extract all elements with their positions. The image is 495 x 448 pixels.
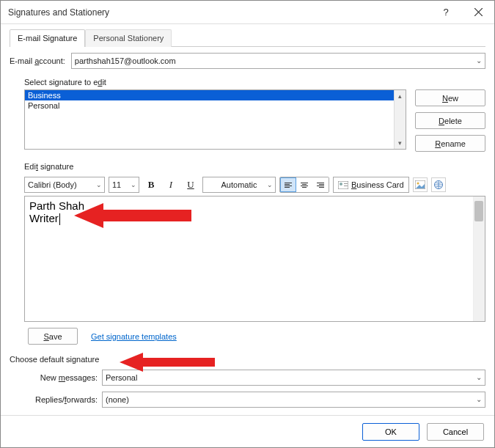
insert-picture-button[interactable]: [413, 177, 428, 192]
picture-icon: [415, 180, 425, 189]
dialog-body: E-mail Signature Personal Stationery E-m…: [1, 24, 494, 415]
business-card-button[interactable]: Business Card: [333, 177, 409, 193]
tab-email-signature[interactable]: E-mail Signature: [10, 29, 85, 47]
align-group: [279, 177, 329, 193]
label-new-messages: New messages:: [17, 373, 98, 382]
combo-font-size[interactable]: 11⌄: [109, 177, 139, 193]
close-button[interactable]: [462, 1, 494, 23]
tab-personal-stationery[interactable]: Personal Stationery: [85, 29, 172, 47]
combo-email-account[interactable]: parthshah157@outlook.com ⌄: [71, 53, 485, 69]
align-left-button[interactable]: [280, 177, 296, 192]
row-email-account: E-mail account: parthshah157@outlook.com…: [10, 53, 485, 69]
close-icon: [474, 8, 483, 16]
save-button[interactable]: Save: [28, 328, 78, 345]
link-icon: [433, 180, 444, 190]
save-row: Save Get signature templates: [28, 328, 485, 345]
editor-toolbar: Calibri (Body)⌄ 11⌄ B I U Automatic⌄ Bus…: [10, 177, 485, 193]
chevron-down-icon: ⌄: [476, 56, 482, 65]
delete-button[interactable]: Delete: [415, 112, 485, 129]
text-cursor: [59, 213, 60, 225]
svg-point-7: [417, 183, 419, 185]
svg-point-3: [340, 183, 342, 186]
label-email-account: E-mail account:: [10, 56, 65, 65]
combo-replies-forwards[interactable]: (none)⌄: [102, 392, 485, 408]
dialog-footer: OK Cancel: [1, 415, 494, 447]
new-button[interactable]: New: [415, 89, 485, 106]
list-item[interactable]: Business: [25, 90, 406, 100]
scrollbar[interactable]: ▴ ▾: [394, 90, 406, 149]
chevron-down-icon: ⌄: [131, 181, 136, 188]
align-right-button[interactable]: [312, 177, 329, 192]
combo-font-color[interactable]: Automatic⌄: [202, 177, 276, 193]
link-get-templates[interactable]: Get signature templates: [91, 332, 177, 341]
cancel-button[interactable]: Cancel: [427, 423, 484, 441]
chevron-down-icon: ⌄: [476, 395, 482, 403]
signature-side-buttons: New Delete Rename: [415, 89, 485, 152]
scroll-thumb[interactable]: [474, 201, 483, 221]
tab-strip: E-mail Signature Personal Stationery: [10, 29, 485, 47]
bold-button[interactable]: B: [143, 177, 159, 193]
dialog-signatures-stationery: Signatures and Stationery ? E-mail Signa…: [0, 0, 495, 448]
listbox-signatures[interactable]: Business Personal ▴ ▾: [24, 89, 406, 150]
insert-hyperlink-button[interactable]: [431, 177, 446, 192]
svg-rect-5: [344, 186, 348, 186]
dialog-title: Signatures and Stationery: [8, 7, 109, 18]
combo-font[interactable]: Calibri (Body)⌄: [24, 177, 105, 193]
italic-button[interactable]: I: [163, 177, 179, 193]
label-edit-signature: Edit signature: [24, 162, 485, 171]
rename-button[interactable]: Rename: [415, 135, 485, 152]
label-select-signature: Select signature to edit: [24, 78, 485, 87]
scrollbar[interactable]: [473, 197, 485, 321]
svg-rect-4: [344, 183, 348, 184]
combo-email-account-value: parthshah157@outlook.com: [75, 56, 176, 65]
row-replies-forwards: Replies/forwards: (none)⌄: [10, 392, 485, 408]
editor-line: Parth Shah: [29, 199, 480, 212]
align-center-button[interactable]: [296, 177, 312, 192]
label-replies-forwards: Replies/forwards:: [17, 395, 98, 404]
scroll-down-icon[interactable]: ▾: [395, 137, 406, 149]
titlebar: Signatures and Stationery ?: [1, 1, 494, 24]
signature-editor[interactable]: Parth Shah Writer: [24, 196, 485, 322]
list-item[interactable]: Personal: [25, 100, 406, 111]
row-new-messages: New messages: Personal⌄: [10, 370, 485, 386]
help-button[interactable]: ?: [430, 1, 462, 23]
scroll-up-icon[interactable]: ▴: [395, 90, 406, 102]
chevron-down-icon: ⌄: [476, 373, 482, 381]
underline-button[interactable]: U: [183, 177, 199, 193]
label-choose-default: Choose default signature: [10, 355, 485, 364]
signature-list-row: Business Personal ▴ ▾ New Delete Rename: [10, 89, 485, 152]
business-card-icon: [338, 181, 348, 189]
chevron-down-icon: ⌄: [96, 181, 102, 188]
combo-new-messages[interactable]: Personal⌄: [102, 370, 485, 386]
editor-line: Writer: [29, 212, 480, 225]
ok-button[interactable]: OK: [362, 423, 419, 441]
svg-rect-2: [338, 181, 348, 189]
chevron-down-icon: ⌄: [267, 181, 273, 188]
